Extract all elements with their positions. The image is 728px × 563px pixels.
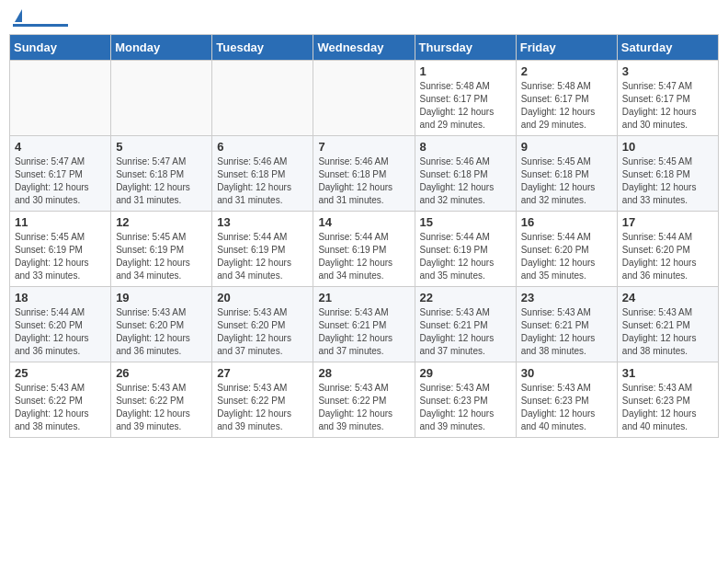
day-number: 30 xyxy=(521,366,612,380)
logo xyxy=(13,9,68,27)
day-number: 2 xyxy=(521,64,612,78)
calendar-cell: 15Sunrise: 5:44 AMSunset: 6:19 PMDayligh… xyxy=(415,212,516,287)
calendar-cell: 11Sunrise: 5:45 AMSunset: 6:19 PMDayligh… xyxy=(10,212,111,287)
calendar-cell: 25Sunrise: 5:43 AMSunset: 6:22 PMDayligh… xyxy=(10,362,111,438)
header-friday: Friday xyxy=(516,35,617,61)
calendar-cell: 3Sunrise: 5:47 AMSunset: 6:17 PMDaylight… xyxy=(617,61,718,136)
day-info: Sunrise: 5:44 AMSunset: 6:20 PMDaylight:… xyxy=(521,231,612,282)
header-sunday: Sunday xyxy=(10,35,111,61)
calendar-week-1: 1Sunrise: 5:48 AMSunset: 6:17 PMDaylight… xyxy=(10,61,719,136)
calendar-week-4: 18Sunrise: 5:44 AMSunset: 6:20 PMDayligh… xyxy=(10,287,719,362)
calendar-cell xyxy=(10,61,111,136)
day-info: Sunrise: 5:45 AMSunset: 6:18 PMDaylight:… xyxy=(521,155,612,207)
day-info: Sunrise: 5:43 AMSunset: 6:22 PMDaylight:… xyxy=(318,382,409,433)
calendar-cell: 24Sunrise: 5:43 AMSunset: 6:21 PMDayligh… xyxy=(617,287,718,362)
calendar-cell: 2Sunrise: 5:48 AMSunset: 6:17 PMDaylight… xyxy=(516,61,617,136)
day-info: Sunrise: 5:47 AMSunset: 6:17 PMDaylight:… xyxy=(622,80,713,132)
calendar-cell: 31Sunrise: 5:43 AMSunset: 6:23 PMDayligh… xyxy=(617,362,718,438)
header-thursday: Thursday xyxy=(415,35,516,61)
day-number: 25 xyxy=(15,366,106,380)
day-number: 28 xyxy=(318,366,409,380)
header-tuesday: Tuesday xyxy=(212,35,313,61)
day-number: 8 xyxy=(420,140,511,154)
day-info: Sunrise: 5:45 AMSunset: 6:18 PMDaylight:… xyxy=(622,155,713,207)
day-info: Sunrise: 5:44 AMSunset: 6:20 PMDaylight:… xyxy=(622,231,713,282)
day-number: 11 xyxy=(15,215,106,229)
day-info: Sunrise: 5:43 AMSunset: 6:22 PMDaylight:… xyxy=(217,382,308,433)
day-info: Sunrise: 5:45 AMSunset: 6:19 PMDaylight:… xyxy=(116,231,207,282)
day-number: 7 xyxy=(318,140,409,154)
calendar-cell: 13Sunrise: 5:44 AMSunset: 6:19 PMDayligh… xyxy=(212,212,313,287)
day-number: 21 xyxy=(318,291,409,304)
day-info: Sunrise: 5:47 AMSunset: 6:17 PMDaylight:… xyxy=(15,155,106,207)
calendar-cell: 4Sunrise: 5:47 AMSunset: 6:17 PMDaylight… xyxy=(10,136,111,212)
day-number: 31 xyxy=(622,366,713,380)
calendar-cell: 9Sunrise: 5:45 AMSunset: 6:18 PMDaylight… xyxy=(516,136,617,212)
day-number: 1 xyxy=(420,64,511,78)
calendar-cell xyxy=(212,61,313,136)
calendar-cell: 16Sunrise: 5:44 AMSunset: 6:20 PMDayligh… xyxy=(516,212,617,287)
day-info: Sunrise: 5:43 AMSunset: 6:22 PMDaylight:… xyxy=(116,382,207,433)
calendar-cell xyxy=(111,61,212,136)
calendar-cell: 26Sunrise: 5:43 AMSunset: 6:22 PMDayligh… xyxy=(111,362,212,438)
day-number: 4 xyxy=(15,140,106,154)
day-number: 9 xyxy=(521,140,612,154)
calendar-week-3: 11Sunrise: 5:45 AMSunset: 6:19 PMDayligh… xyxy=(10,212,719,287)
day-number: 3 xyxy=(622,64,713,78)
day-number: 26 xyxy=(116,366,207,380)
calendar-cell: 17Sunrise: 5:44 AMSunset: 6:20 PMDayligh… xyxy=(617,212,718,287)
day-info: Sunrise: 5:46 AMSunset: 6:18 PMDaylight:… xyxy=(420,155,511,207)
day-info: Sunrise: 5:48 AMSunset: 6:17 PMDaylight:… xyxy=(420,80,511,132)
logo-triangle-icon xyxy=(15,9,22,22)
header-wednesday: Wednesday xyxy=(313,35,415,61)
day-info: Sunrise: 5:43 AMSunset: 6:22 PMDaylight:… xyxy=(15,382,106,433)
logo-underline xyxy=(13,24,68,27)
day-number: 17 xyxy=(622,215,713,229)
day-number: 23 xyxy=(521,291,612,304)
day-info: Sunrise: 5:44 AMSunset: 6:19 PMDaylight:… xyxy=(217,231,308,282)
calendar-cell: 30Sunrise: 5:43 AMSunset: 6:23 PMDayligh… xyxy=(516,362,617,438)
calendar-cell: 20Sunrise: 5:43 AMSunset: 6:20 PMDayligh… xyxy=(212,287,313,362)
day-info: Sunrise: 5:43 AMSunset: 6:21 PMDaylight:… xyxy=(318,306,409,358)
day-number: 19 xyxy=(116,291,207,304)
calendar-cell: 29Sunrise: 5:43 AMSunset: 6:23 PMDayligh… xyxy=(415,362,516,438)
calendar-cell xyxy=(313,61,415,136)
day-info: Sunrise: 5:43 AMSunset: 6:20 PMDaylight:… xyxy=(116,306,207,358)
day-number: 16 xyxy=(521,215,612,229)
day-info: Sunrise: 5:44 AMSunset: 6:19 PMDaylight:… xyxy=(420,231,511,282)
day-number: 5 xyxy=(116,140,207,154)
calendar-header-row: SundayMondayTuesdayWednesdayThursdayFrid… xyxy=(10,35,719,61)
day-number: 10 xyxy=(622,140,713,154)
calendar-cell: 21Sunrise: 5:43 AMSunset: 6:21 PMDayligh… xyxy=(313,287,415,362)
calendar-cell: 27Sunrise: 5:43 AMSunset: 6:22 PMDayligh… xyxy=(212,362,313,438)
calendar-cell: 19Sunrise: 5:43 AMSunset: 6:20 PMDayligh… xyxy=(111,287,212,362)
calendar-cell: 14Sunrise: 5:44 AMSunset: 6:19 PMDayligh… xyxy=(313,212,415,287)
calendar-cell: 6Sunrise: 5:46 AMSunset: 6:18 PMDaylight… xyxy=(212,136,313,212)
day-info: Sunrise: 5:43 AMSunset: 6:23 PMDaylight:… xyxy=(521,382,612,433)
day-info: Sunrise: 5:48 AMSunset: 6:17 PMDaylight:… xyxy=(521,80,612,132)
day-info: Sunrise: 5:43 AMSunset: 6:21 PMDaylight:… xyxy=(622,306,713,358)
calendar-cell: 28Sunrise: 5:43 AMSunset: 6:22 PMDayligh… xyxy=(313,362,415,438)
calendar-cell: 1Sunrise: 5:48 AMSunset: 6:17 PMDaylight… xyxy=(415,61,516,136)
calendar-cell: 12Sunrise: 5:45 AMSunset: 6:19 PMDayligh… xyxy=(111,212,212,287)
day-info: Sunrise: 5:46 AMSunset: 6:18 PMDaylight:… xyxy=(318,155,409,207)
day-info: Sunrise: 5:43 AMSunset: 6:23 PMDaylight:… xyxy=(420,382,511,433)
day-number: 27 xyxy=(217,366,308,380)
calendar-cell: 23Sunrise: 5:43 AMSunset: 6:21 PMDayligh… xyxy=(516,287,617,362)
header-saturday: Saturday xyxy=(617,35,718,61)
day-number: 6 xyxy=(217,140,308,154)
calendar-cell: 7Sunrise: 5:46 AMSunset: 6:18 PMDaylight… xyxy=(313,136,415,212)
calendar-cell: 5Sunrise: 5:47 AMSunset: 6:18 PMDaylight… xyxy=(111,136,212,212)
calendar-week-2: 4Sunrise: 5:47 AMSunset: 6:17 PMDaylight… xyxy=(10,136,719,212)
day-number: 14 xyxy=(318,215,409,229)
day-info: Sunrise: 5:47 AMSunset: 6:18 PMDaylight:… xyxy=(116,155,207,207)
day-number: 15 xyxy=(420,215,511,229)
calendar-cell: 10Sunrise: 5:45 AMSunset: 6:18 PMDayligh… xyxy=(617,136,718,212)
day-info: Sunrise: 5:43 AMSunset: 6:21 PMDaylight:… xyxy=(521,306,612,358)
calendar-week-5: 25Sunrise: 5:43 AMSunset: 6:22 PMDayligh… xyxy=(10,362,719,438)
day-number: 13 xyxy=(217,215,308,229)
day-info: Sunrise: 5:44 AMSunset: 6:19 PMDaylight:… xyxy=(318,231,409,282)
calendar-cell: 8Sunrise: 5:46 AMSunset: 6:18 PMDaylight… xyxy=(415,136,516,212)
day-info: Sunrise: 5:44 AMSunset: 6:20 PMDaylight:… xyxy=(15,306,106,358)
day-info: Sunrise: 5:45 AMSunset: 6:19 PMDaylight:… xyxy=(15,231,106,282)
